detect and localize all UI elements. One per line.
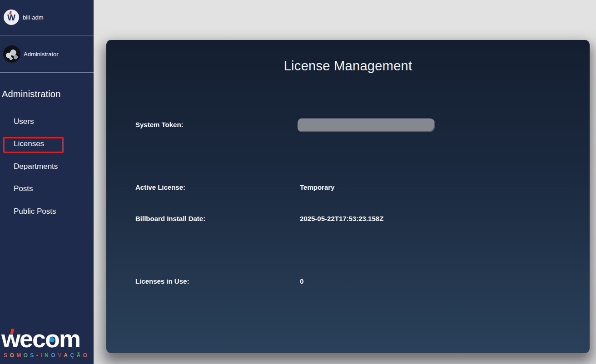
sidebar-item-posts[interactable]: Posts [14,179,33,198]
sidebar-item-users[interactable]: Users [14,112,34,131]
sidebar: W bill-adm Administrator Administration … [0,0,94,364]
tagline-letter: S [30,352,34,359]
billboard-install-date-label: Billboard Install Date: [135,215,205,222]
tagline-letter: Ç [70,352,74,359]
active-license-value: Temporary [300,183,334,191]
billboard-install-date-value: 2025-05-22T17:53:23.158Z [300,215,383,222]
sidebar-item-departments[interactable]: Departments [14,157,58,176]
tagline-letter: V [58,352,61,359]
wecom-tagline: SOMOS•INOVAÇÃO [4,352,87,359]
account-name: bill-adm [23,14,44,21]
logo-letter: W [7,13,15,22]
main-area: License Management System Token: Active … [94,0,596,364]
system-token-redacted-value [298,118,434,131]
tagline-letter: I [40,352,42,359]
company-logo-icon: W [4,10,19,25]
account-row[interactable]: W bill-adm [0,0,94,35]
tagline-letter: O [51,352,55,359]
tagline-letter: A [64,352,68,359]
logo-blue-dot-icon [50,337,55,342]
licenses-in-use-label: Licenses in Use: [135,277,189,285]
system-token-label: System Token: [135,121,184,128]
logo-word-prefix: wec [1,325,45,352]
logo-word-o: o [45,326,59,351]
license-card: License Management System Token: Active … [106,40,590,353]
sidebar-item-licenses[interactable]: Licenses [14,134,44,153]
wecom-logo: wecom SOMOS•INOVAÇÃO [0,326,94,364]
tagline-letter: S [4,352,7,359]
tagline-letter: O [24,352,28,359]
tagline-letter: N [45,352,49,359]
avatar [3,45,20,63]
tagline-letter: O [83,352,87,359]
logo-word-suffix: m [59,325,80,352]
tagline-letter: M [16,352,21,359]
sidebar-item-public-posts[interactable]: Public Posts [14,202,56,221]
sidebar-section-title: Administration [2,89,61,99]
tagline-letter: • [36,352,38,359]
active-license-label: Active License: [135,183,185,191]
page-title: License Management [106,59,590,74]
tagline-letter: O [10,352,14,359]
user-name: Administrator [24,51,59,58]
tagline-letter: Ã [77,352,81,359]
licenses-in-use-value: 0 [300,277,303,285]
screen: W bill-adm Administrator Administration … [0,0,596,364]
